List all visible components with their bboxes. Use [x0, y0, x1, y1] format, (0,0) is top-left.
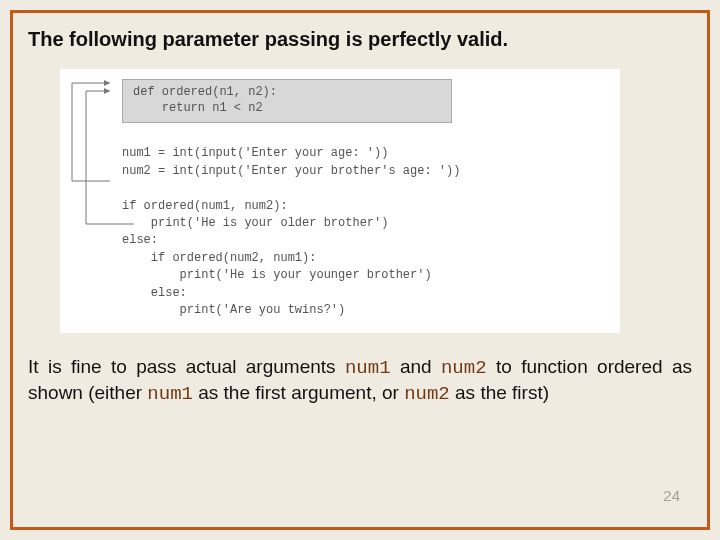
- mono-num2-b: num2: [404, 383, 450, 405]
- svg-marker-0: [104, 80, 110, 86]
- mono-num2-a: num2: [441, 357, 487, 379]
- heading: The following parameter passing is perfe…: [28, 28, 692, 51]
- body-paragraph: It is fine to pass actual arguments num1…: [28, 355, 692, 407]
- text-1: It is fine to pass actual arguments: [28, 356, 345, 377]
- page-number: 24: [663, 487, 680, 504]
- mono-num1-a: num1: [345, 357, 391, 379]
- fn-line1: def ordered(n1, n2):: [133, 85, 277, 99]
- function-definition-block: def ordered(n1, n2): return n1 < n2: [122, 79, 452, 123]
- main-code-block: num1 = int(input('Enter your age: ')) nu…: [122, 123, 608, 319]
- code-figure: def ordered(n1, n2): return n1 < n2 num1…: [60, 69, 620, 333]
- svg-marker-1: [104, 88, 110, 94]
- text-4: as the first argument, or: [193, 382, 404, 403]
- fn-line2: return n1 < n2: [133, 101, 263, 115]
- mono-num1-b: num1: [147, 383, 193, 405]
- slide-content: The following parameter passing is perfe…: [28, 28, 692, 512]
- text-5: as the first): [450, 382, 549, 403]
- text-2: and: [391, 356, 441, 377]
